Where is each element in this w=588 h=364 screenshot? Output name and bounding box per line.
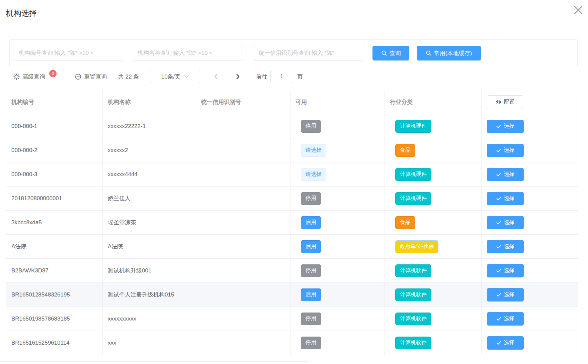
chevron-down-icon <box>184 75 189 78</box>
industry-badge[interactable]: 计算机软件 <box>395 264 431 277</box>
status-badge[interactable]: 启用 <box>301 240 321 253</box>
cell-org-id: A法院 <box>6 235 103 258</box>
cell-org-name: xxxxxx2 <box>103 138 196 162</box>
close-icon[interactable] <box>572 3 585 17</box>
reset-query-label: 重置查询 <box>84 73 107 81</box>
cell-org-id: 3kbcc8xda5 <box>6 211 103 234</box>
page-title: 机构选择 <box>6 8 37 18</box>
select-button[interactable]: 选择 <box>487 216 524 229</box>
page-size-value: 10条/页 <box>161 73 181 81</box>
select-button-label: 选择 <box>504 195 514 202</box>
select-button[interactable]: 选择 <box>487 192 524 205</box>
status-badge[interactable]: 启用 <box>301 288 321 301</box>
prev-page-button[interactable] <box>210 69 222 84</box>
credit-code-search-input[interactable] <box>253 46 364 60</box>
goto-page-input[interactable] <box>270 70 293 83</box>
table-row: BR1650128548326195 测试个人注册升级机构015 启用 计算机软… <box>6 283 578 307</box>
cell-status: 停用 <box>290 331 385 355</box>
industry-badge[interactable]: 计算机软件 <box>395 337 431 349</box>
cell-industry: 计算机软件 <box>385 307 482 331</box>
cell-industry: 食品 <box>385 211 482 234</box>
cell-org-name: 娇兰佳人 <box>103 187 196 210</box>
cell-action: 选择 <box>482 307 578 331</box>
industry-badge[interactable]: 计算机硬件 <box>395 120 431 133</box>
table-row: B2BAWK3D87 测试机构升级001 停用 计算机软件 选择 <box>6 259 578 283</box>
cell-industry: 政府单位-社保 <box>385 235 482 258</box>
advanced-query-label: 高级查询 <box>22 73 45 81</box>
status-badge[interactable]: 启用 <box>301 216 321 229</box>
cell-action: 选择 <box>482 114 578 138</box>
goto-page-label: 前往 <box>256 69 267 84</box>
cell-credit-code <box>196 235 290 258</box>
select-button[interactable]: 选择 <box>487 144 524 157</box>
page-size-select[interactable]: 10条/页 <box>150 70 200 83</box>
industry-badge[interactable]: 食品 <box>395 144 415 157</box>
cell-org-id: BR1650128548326195 <box>6 283 103 307</box>
cell-org-id: BR1651615259610114 <box>6 331 103 355</box>
header-actions: 配置 <box>482 90 578 114</box>
industry-badge[interactable]: 计算机软件 <box>395 313 431 325</box>
config-button[interactable]: 配置 <box>487 95 523 109</box>
status-badge[interactable]: 请选择 <box>301 144 326 157</box>
circle-minus-icon <box>75 74 81 80</box>
table-row: A法院 A法院 启用 政府单位-社保 选择 <box>6 235 578 259</box>
cell-action: 选择 <box>482 259 578 282</box>
header-industry: 行业分类 <box>385 90 482 114</box>
select-button-label: 选择 <box>504 219 514 226</box>
industry-badge[interactable]: 计算机硬件 <box>395 168 431 181</box>
select-button[interactable]: 选择 <box>487 336 524 350</box>
cell-industry: 计算机硬件 <box>385 114 482 138</box>
select-button[interactable]: 选择 <box>487 120 524 133</box>
cell-org-name: 测试个人注册升级机构015 <box>103 283 196 307</box>
advanced-query-button[interactable]: 高级查询 0 <box>13 69 57 84</box>
horizontal-scrollbar[interactable] <box>0 361 308 362</box>
advanced-query-icon <box>13 74 20 80</box>
industry-badge[interactable]: 政府单位-社保 <box>395 240 438 253</box>
industry-badge[interactable]: 计算机硬件 <box>395 192 431 205</box>
cell-credit-code <box>196 283 290 307</box>
cell-org-name: xxxxxx4444 <box>103 162 196 186</box>
cell-industry: 计算机硬件 <box>385 162 482 186</box>
select-button-label: 选择 <box>504 243 514 250</box>
status-badge[interactable]: 停用 <box>301 337 321 349</box>
reset-query-button[interactable]: 重置查询 <box>75 69 107 84</box>
cell-status: 停用 <box>290 187 385 210</box>
table-row: 000-000-3 xxxxxx4444 请选择 计算机硬件 选择 <box>6 162 578 187</box>
select-button[interactable]: 选择 <box>487 240 524 253</box>
cell-status: 启用 <box>290 283 385 307</box>
status-badge[interactable]: 停用 <box>301 264 321 277</box>
industry-badge[interactable]: 计算机软件 <box>395 288 431 301</box>
org-name-search-input[interactable] <box>132 46 243 60</box>
cell-industry: 计算机软件 <box>385 331 482 355</box>
industry-badge[interactable]: 食品 <box>395 216 415 229</box>
advanced-query-count-badge: 0 <box>49 70 57 77</box>
org-id-search-input[interactable] <box>13 46 124 60</box>
cell-action: 选择 <box>482 138 578 162</box>
status-badge[interactable]: 请选择 <box>301 168 326 181</box>
query-button[interactable]: 查询 <box>372 46 409 60</box>
table-header-row: 机构编号 机构名称 统一信用识别号 可用 行业分类 配置 <box>6 90 578 114</box>
cell-org-id: BR1650198578683185 <box>6 307 103 331</box>
status-badge[interactable]: 停用 <box>301 192 321 205</box>
select-button[interactable]: 选择 <box>487 288 524 301</box>
select-button-label: 选择 <box>504 291 514 298</box>
favorites-button[interactable]: 常用(本地缓存) <box>417 46 481 60</box>
select-button[interactable]: 选择 <box>487 312 524 326</box>
cell-action: 选择 <box>482 187 578 210</box>
select-button[interactable]: 选择 <box>487 168 524 181</box>
select-button-label: 选择 <box>504 315 514 322</box>
cell-credit-code <box>196 259 290 282</box>
select-button-label: 选择 <box>504 339 514 346</box>
cell-org-name: xxxxxx22222-1 <box>103 114 196 138</box>
table-row: BR1650198578683185 xxxxxxxxxx 停用 计算机软件 选… <box>6 307 578 331</box>
select-button-label: 选择 <box>504 267 514 274</box>
cell-org-id: 2018120800000001 <box>6 187 103 210</box>
check-icon <box>496 221 501 225</box>
next-page-button[interactable] <box>232 69 244 84</box>
select-button[interactable]: 选择 <box>487 264 524 277</box>
status-badge[interactable]: 停用 <box>301 120 321 133</box>
cell-status: 启用 <box>290 211 385 234</box>
cell-industry: 计算机硬件 <box>385 187 482 210</box>
status-badge[interactable]: 停用 <box>301 313 321 325</box>
chevron-left-icon <box>214 74 218 80</box>
